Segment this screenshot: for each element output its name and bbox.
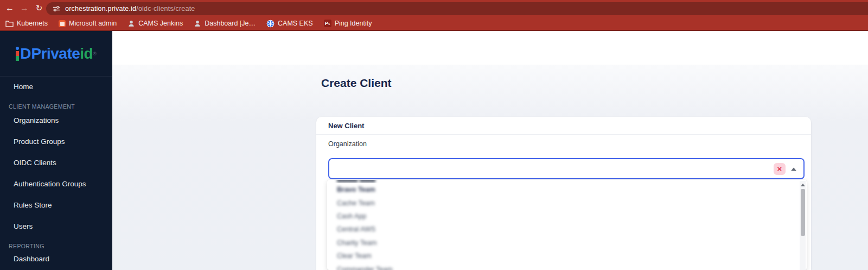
card-title: New Client bbox=[328, 122, 364, 130]
bookmarks-bar: Kubernets Microsoft admin CAMS Jenkins D… bbox=[0, 17, 868, 31]
back-icon[interactable]: ← bbox=[3, 1, 16, 15]
dropdown-scrollbar[interactable] bbox=[800, 181, 806, 270]
dropdown-option[interactable]: Bravo Team bbox=[327, 183, 807, 196]
sidebar-item-organizations[interactable]: Organizations bbox=[0, 116, 112, 125]
browser-toolbar: ← → ↻ orchestration.private.id/oidc-clie… bbox=[0, 0, 868, 17]
bookmark-kubernets[interactable]: Kubernets bbox=[5, 20, 48, 27]
forward-icon[interactable]: → bbox=[18, 1, 31, 15]
bookmark-dashboard-je[interactable]: Dashboard [Je… bbox=[194, 20, 256, 27]
person-icon bbox=[194, 20, 201, 27]
logo-monogram-d: D bbox=[20, 47, 31, 61]
organization-dropdown: ▃▃▃▃ ▃▃▃ Bravo Team Cache Team Cash App … bbox=[327, 180, 807, 270]
bookmark-label: Microsoft admin bbox=[69, 20, 117, 27]
bookmark-label: Ping Identity bbox=[335, 20, 372, 27]
sidebar-item-rules-store[interactable]: Rules Store bbox=[0, 200, 112, 210]
screen: ← → ↻ orchestration.private.id/oidc-clie… bbox=[0, 0, 868, 270]
sidebar-item-authentication-groups[interactable]: Authentication Groups bbox=[0, 179, 112, 189]
bookmark-cams-jenkins[interactable]: CAMS Jenkins bbox=[127, 20, 183, 27]
reload-icon[interactable]: ↻ bbox=[33, 1, 46, 15]
site-settings-icon[interactable] bbox=[53, 5, 60, 12]
dropdown-option[interactable]: Cache Team bbox=[327, 196, 807, 209]
sidebar-item-dashboard[interactable]: Dashboard bbox=[0, 254, 112, 264]
ping-identity-icon: P₁ bbox=[324, 20, 331, 27]
bookmark-label: Dashboard [Je… bbox=[205, 20, 256, 27]
dropdown-option[interactable]: Clear Team bbox=[327, 249, 807, 262]
logo-block[interactable]: D Privateid® bbox=[0, 31, 112, 77]
dropdown-option[interactable]: Central AWS bbox=[327, 223, 807, 236]
clear-selection-button[interactable]: × bbox=[774, 163, 786, 175]
bookmark-label: Kubernets bbox=[17, 20, 48, 27]
organization-label: Organization bbox=[328, 140, 367, 148]
sidebar-item-product-groups[interactable]: Product Groups bbox=[0, 137, 112, 147]
browser-chrome: ← → ↻ orchestration.private.id/oidc-clie… bbox=[0, 0, 868, 31]
sidebar-item-users[interactable]: Users bbox=[0, 222, 112, 231]
person-icon bbox=[127, 20, 135, 27]
logo-monogram-icon bbox=[16, 47, 19, 61]
scrollbar-thumb[interactable] bbox=[801, 189, 805, 236]
bookmark-cams-eks[interactable]: CAMS EKS bbox=[266, 20, 313, 28]
bookmark-microsoft-admin[interactable]: Microsoft admin bbox=[59, 20, 117, 27]
bookmark-ping-identity[interactable]: P₁ Ping Identity bbox=[324, 20, 372, 27]
kubernetes-icon bbox=[266, 20, 275, 28]
bookmark-label: CAMS Jenkins bbox=[138, 20, 183, 27]
url-path: /oidc-clients/create bbox=[136, 5, 195, 12]
card-header: New Client bbox=[316, 117, 811, 135]
privateid-logo: D Privateid® bbox=[16, 47, 97, 61]
sidebar-item-oidc-clients[interactable]: OIDC Clients bbox=[0, 158, 112, 168]
registered-mark: ® bbox=[93, 51, 97, 57]
page-title: Create Client bbox=[321, 77, 392, 90]
app-topbar bbox=[112, 31, 868, 65]
logo-text-id: id bbox=[80, 47, 93, 61]
sidebar-item-home[interactable]: Home bbox=[0, 82, 112, 92]
organization-select[interactable]: × bbox=[328, 158, 805, 179]
sidebar-section-reporting: REPORTING bbox=[0, 241, 112, 251]
chevron-up-icon[interactable] bbox=[791, 167, 796, 171]
url-text: orchestration.private.id/oidc-clients/cr… bbox=[65, 5, 195, 12]
dropdown-option[interactable]: Charity Team bbox=[327, 236, 807, 249]
dropdown-option[interactable]: Commander Team bbox=[327, 262, 807, 270]
scrollbar-up-icon[interactable] bbox=[801, 184, 805, 186]
sidebar: D Privateid® Home CLIENT MANAGEMENT Orga… bbox=[0, 31, 112, 270]
sidebar-section-client-management: CLIENT MANAGEMENT bbox=[0, 102, 112, 111]
office-icon bbox=[59, 20, 66, 27]
folder-icon bbox=[5, 20, 14, 27]
url-bar[interactable]: orchestration.private.id/oidc-clients/cr… bbox=[46, 2, 868, 15]
bookmark-label: CAMS EKS bbox=[278, 20, 313, 27]
url-domain: orchestration.private.id bbox=[65, 5, 136, 12]
dropdown-option[interactable]: Cash App bbox=[327, 210, 807, 223]
logo-text-private: Private bbox=[31, 47, 80, 61]
